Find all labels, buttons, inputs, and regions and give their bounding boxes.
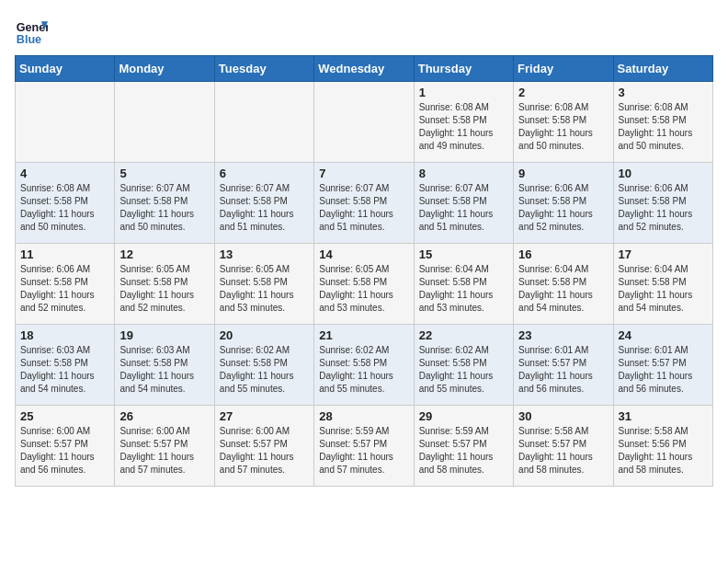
calendar-table: SundayMondayTuesdayWednesdayThursdayFrid… bbox=[15, 55, 713, 487]
day-number: 22 bbox=[419, 328, 508, 342]
calendar-cell: 3Sunrise: 6:08 AM Sunset: 5:58 PM Daylig… bbox=[613, 82, 712, 163]
day-number: 17 bbox=[619, 247, 708, 261]
cell-info: Sunrise: 6:02 AM Sunset: 5:58 PM Dayligh… bbox=[419, 344, 508, 396]
calendar-cell: 15Sunrise: 6:04 AM Sunset: 5:58 PM Dayli… bbox=[414, 244, 513, 325]
cell-info: Sunrise: 6:06 AM Sunset: 5:58 PM Dayligh… bbox=[20, 263, 109, 315]
calendar-cell bbox=[16, 82, 115, 163]
cell-info: Sunrise: 6:07 AM Sunset: 5:58 PM Dayligh… bbox=[319, 182, 408, 234]
header-friday: Friday bbox=[514, 56, 613, 82]
day-number: 4 bbox=[20, 167, 109, 180]
calendar-cell: 9Sunrise: 6:06 AM Sunset: 5:58 PM Daylig… bbox=[514, 163, 613, 244]
calendar-cell: 29Sunrise: 5:59 AM Sunset: 5:57 PM Dayli… bbox=[414, 406, 513, 487]
calendar-cell: 18Sunrise: 6:03 AM Sunset: 5:58 PM Dayli… bbox=[16, 325, 115, 406]
day-number: 11 bbox=[20, 247, 109, 261]
calendar-cell: 21Sunrise: 6:02 AM Sunset: 5:58 PM Dayli… bbox=[314, 325, 414, 406]
day-number: 24 bbox=[619, 328, 708, 342]
day-number: 16 bbox=[518, 247, 608, 261]
calendar-cell: 14Sunrise: 6:05 AM Sunset: 5:58 PM Dayli… bbox=[314, 244, 414, 325]
day-number: 25 bbox=[20, 409, 109, 423]
day-number: 23 bbox=[518, 328, 608, 342]
calendar-cell: 2Sunrise: 6:08 AM Sunset: 5:58 PM Daylig… bbox=[514, 82, 613, 163]
cell-info: Sunrise: 6:02 AM Sunset: 5:58 PM Dayligh… bbox=[220, 344, 309, 396]
day-number: 6 bbox=[220, 167, 309, 180]
cell-info: Sunrise: 6:04 AM Sunset: 5:58 PM Dayligh… bbox=[419, 263, 508, 315]
day-number: 2 bbox=[518, 86, 608, 99]
calendar-cell: 28Sunrise: 5:59 AM Sunset: 5:57 PM Dayli… bbox=[314, 406, 414, 487]
logo-icon: General Blue bbox=[15, 15, 48, 48]
cell-info: Sunrise: 6:00 AM Sunset: 5:57 PM Dayligh… bbox=[220, 425, 309, 477]
cell-info: Sunrise: 6:02 AM Sunset: 5:58 PM Dayligh… bbox=[319, 344, 408, 396]
week-row-5: 25Sunrise: 6:00 AM Sunset: 5:57 PM Dayli… bbox=[16, 406, 713, 487]
week-row-4: 18Sunrise: 6:03 AM Sunset: 5:58 PM Dayli… bbox=[16, 325, 713, 406]
day-number: 28 bbox=[319, 409, 408, 423]
logo: General Blue bbox=[15, 15, 51, 48]
week-row-2: 4Sunrise: 6:08 AM Sunset: 5:58 PM Daylig… bbox=[16, 163, 713, 244]
cell-info: Sunrise: 6:08 AM Sunset: 5:58 PM Dayligh… bbox=[20, 182, 109, 234]
calendar-cell: 30Sunrise: 5:58 AM Sunset: 5:57 PM Dayli… bbox=[514, 406, 613, 487]
day-number: 8 bbox=[419, 167, 508, 180]
header-saturday: Saturday bbox=[613, 56, 712, 82]
day-number: 21 bbox=[319, 328, 408, 342]
calendar-cell: 17Sunrise: 6:04 AM Sunset: 5:58 PM Dayli… bbox=[613, 244, 712, 325]
day-number: 7 bbox=[319, 167, 408, 180]
cell-info: Sunrise: 6:03 AM Sunset: 5:58 PM Dayligh… bbox=[20, 344, 109, 396]
calendar-cell: 12Sunrise: 6:05 AM Sunset: 5:58 PM Dayli… bbox=[115, 244, 214, 325]
day-number: 29 bbox=[419, 409, 508, 423]
day-number: 5 bbox=[119, 167, 209, 180]
cell-info: Sunrise: 6:04 AM Sunset: 5:58 PM Dayligh… bbox=[518, 263, 608, 315]
day-number: 15 bbox=[419, 247, 508, 261]
calendar-cell: 1Sunrise: 6:08 AM Sunset: 5:58 PM Daylig… bbox=[414, 82, 513, 163]
cell-info: Sunrise: 6:01 AM Sunset: 5:57 PM Dayligh… bbox=[619, 344, 708, 396]
day-number: 10 bbox=[619, 167, 708, 180]
day-number: 9 bbox=[518, 167, 608, 180]
day-number: 18 bbox=[20, 328, 109, 342]
week-row-3: 11Sunrise: 6:06 AM Sunset: 5:58 PM Dayli… bbox=[16, 244, 713, 325]
calendar-cell: 11Sunrise: 6:06 AM Sunset: 5:58 PM Dayli… bbox=[16, 244, 115, 325]
day-number: 1 bbox=[419, 86, 508, 99]
cell-info: Sunrise: 5:59 AM Sunset: 5:57 PM Dayligh… bbox=[319, 425, 408, 477]
day-number: 30 bbox=[518, 409, 608, 423]
header-sunday: Sunday bbox=[16, 56, 115, 82]
day-number: 13 bbox=[220, 247, 309, 261]
day-number: 31 bbox=[619, 409, 708, 423]
cell-info: Sunrise: 6:05 AM Sunset: 5:58 PM Dayligh… bbox=[319, 263, 408, 315]
calendar-cell bbox=[214, 82, 313, 163]
cell-info: Sunrise: 6:05 AM Sunset: 5:58 PM Dayligh… bbox=[119, 263, 209, 315]
cell-info: Sunrise: 5:58 AM Sunset: 5:57 PM Dayligh… bbox=[518, 425, 608, 477]
calendar-cell: 22Sunrise: 6:02 AM Sunset: 5:58 PM Dayli… bbox=[414, 325, 513, 406]
header-monday: Monday bbox=[115, 56, 214, 82]
calendar-cell: 7Sunrise: 6:07 AM Sunset: 5:58 PM Daylig… bbox=[314, 163, 414, 244]
cell-info: Sunrise: 6:04 AM Sunset: 5:58 PM Dayligh… bbox=[619, 263, 708, 315]
cell-info: Sunrise: 6:06 AM Sunset: 5:58 PM Dayligh… bbox=[518, 182, 608, 234]
calendar-cell bbox=[314, 82, 414, 163]
calendar-cell: 24Sunrise: 6:01 AM Sunset: 5:57 PM Dayli… bbox=[613, 325, 712, 406]
cell-info: Sunrise: 6:08 AM Sunset: 5:58 PM Dayligh… bbox=[419, 101, 508, 153]
calendar-cell: 19Sunrise: 6:03 AM Sunset: 5:58 PM Dayli… bbox=[115, 325, 214, 406]
cell-info: Sunrise: 5:59 AM Sunset: 5:57 PM Dayligh… bbox=[419, 425, 508, 477]
cell-info: Sunrise: 6:06 AM Sunset: 5:58 PM Dayligh… bbox=[619, 182, 708, 234]
cell-info: Sunrise: 5:58 AM Sunset: 5:56 PM Dayligh… bbox=[619, 425, 708, 477]
day-number: 20 bbox=[220, 328, 309, 342]
calendar-cell: 16Sunrise: 6:04 AM Sunset: 5:58 PM Dayli… bbox=[514, 244, 613, 325]
cell-info: Sunrise: 6:00 AM Sunset: 5:57 PM Dayligh… bbox=[119, 425, 209, 477]
calendar-cell: 8Sunrise: 6:07 AM Sunset: 5:58 PM Daylig… bbox=[414, 163, 513, 244]
cell-info: Sunrise: 6:00 AM Sunset: 5:57 PM Dayligh… bbox=[20, 425, 109, 477]
day-number: 27 bbox=[220, 409, 309, 423]
day-number: 14 bbox=[319, 247, 408, 261]
header-tuesday: Tuesday bbox=[214, 56, 313, 82]
header-wednesday: Wednesday bbox=[314, 56, 414, 82]
svg-text:Blue: Blue bbox=[17, 33, 41, 46]
calendar-cell: 27Sunrise: 6:00 AM Sunset: 5:57 PM Dayli… bbox=[214, 406, 313, 487]
calendar-cell: 5Sunrise: 6:07 AM Sunset: 5:58 PM Daylig… bbox=[115, 163, 214, 244]
cell-info: Sunrise: 6:07 AM Sunset: 5:58 PM Dayligh… bbox=[119, 182, 209, 234]
day-number: 26 bbox=[119, 409, 209, 423]
calendar-cell: 6Sunrise: 6:07 AM Sunset: 5:58 PM Daylig… bbox=[214, 163, 313, 244]
day-number: 19 bbox=[119, 328, 209, 342]
calendar-cell: 31Sunrise: 5:58 AM Sunset: 5:56 PM Dayli… bbox=[613, 406, 712, 487]
week-row-1: 1Sunrise: 6:08 AM Sunset: 5:58 PM Daylig… bbox=[16, 82, 713, 163]
page-header: General Blue bbox=[15, 15, 713, 48]
header-thursday: Thursday bbox=[414, 56, 513, 82]
day-number: 3 bbox=[619, 86, 708, 99]
cell-info: Sunrise: 6:01 AM Sunset: 5:57 PM Dayligh… bbox=[518, 344, 608, 396]
day-number: 12 bbox=[119, 247, 209, 261]
